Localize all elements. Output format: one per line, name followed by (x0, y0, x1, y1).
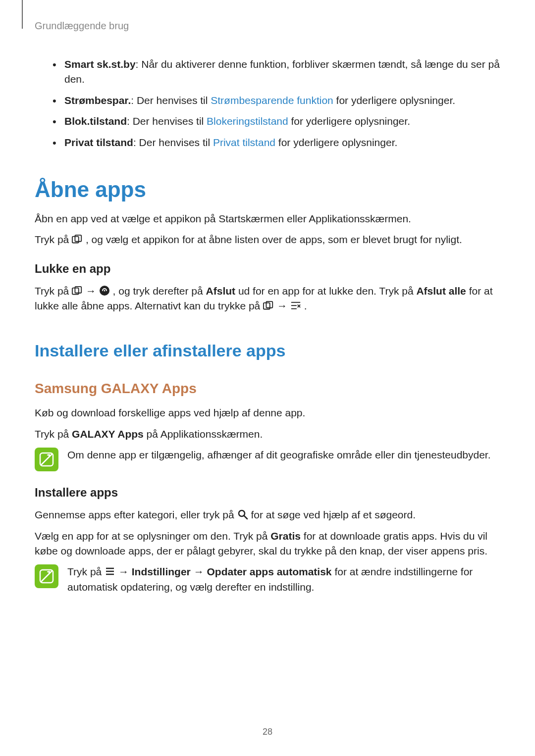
text: for at søge ved hjælp af et søgeord. (251, 509, 416, 520)
note-block: Om denne app er tilgængelig, afhænger af… (35, 448, 500, 471)
galaxy-paragraph-2: Tryk på GALAXY Apps på Applikationsskærm… (35, 427, 500, 442)
bold-text: Gratis (270, 530, 301, 542)
menu-icon (105, 566, 115, 576)
feature-link[interactable]: Blokeringstilstand (207, 115, 288, 127)
recent-apps-icon (72, 234, 83, 244)
text: , og tryk derefter på (113, 285, 206, 297)
feature-text-post: for yderligere oplysninger. (275, 137, 397, 148)
install-paragraph-2: Vælg en app for at se oplysninger om den… (35, 529, 500, 559)
feature-term: Strømbespar. (64, 95, 131, 106)
bold-text: Afslut alle (416, 285, 466, 297)
bold-text: Opdater apps automatisk (207, 566, 331, 577)
heading-open-apps: Åbne apps (35, 174, 500, 205)
text: Tryk på (35, 428, 72, 440)
text: . (304, 300, 307, 311)
feature-link[interactable]: Privat tilstand (213, 137, 275, 148)
note-text: Tryk på → Indstillinger → Opdater apps a… (67, 564, 500, 595)
breadcrumb: Grundlæggende brug (35, 19, 500, 33)
text: Tryk på (35, 234, 72, 245)
list-item: Strømbespar.: Der henvises til Strømbesp… (53, 93, 500, 108)
feature-list: Smart sk.st.by: Når du aktiverer denne f… (35, 57, 500, 150)
feature-term: Smart sk.st.by (64, 58, 136, 70)
task-manager-icon (99, 285, 110, 295)
feature-term: Privat tilstand (64, 137, 133, 148)
feature-text-pre: : Der henvises til (131, 95, 211, 106)
text: Tryk på (67, 566, 105, 577)
feature-text-post: for yderligere oplysninger. (333, 95, 455, 106)
recent-apps-icon (72, 285, 83, 295)
feature-text-pre: : Der henvises til (127, 115, 207, 127)
heading-install-uninstall: Installere eller afinstallere apps (35, 339, 500, 363)
text: på Applikationsskærmen. (147, 428, 263, 440)
heading-install-apps: Installere apps (35, 484, 500, 502)
page-number: 28 (0, 725, 535, 738)
search-icon (237, 509, 248, 519)
text: Vælg en app for at se oplysninger om den… (35, 530, 270, 542)
heading-galaxy-apps: Samsung GALAXY Apps (35, 379, 500, 399)
feature-term: Blok.tilstand (64, 115, 127, 127)
feature-link[interactable]: Strømbesparende funktion (211, 95, 333, 106)
arrow-text: → (86, 285, 99, 297)
close-app-paragraph: Tryk på → , og tryk derefter på Afslut u… (35, 284, 500, 314)
page-edge-marker (22, 0, 23, 29)
svg-line-13 (244, 516, 247, 519)
arrow-text: → (194, 566, 207, 577)
list-item: Privat tilstand: Der henvises til Privat… (53, 135, 500, 150)
heading-close-app: Lukke en app (35, 260, 500, 278)
recent-apps-icon (263, 300, 274, 310)
note-icon (35, 448, 58, 471)
note-text: Om denne app er tilgængelig, afhænger af… (67, 448, 500, 462)
galaxy-paragraph-1: Køb og download forskellige apps ved hjæ… (35, 405, 500, 420)
list-item: Smart sk.st.by: Når du aktiverer denne f… (53, 57, 500, 87)
bold-text: Indstillinger (132, 566, 191, 577)
close-all-icon (290, 300, 301, 310)
arrow-text: → (277, 300, 290, 311)
open-apps-paragraph-2: Tryk på , og vælg et appikon for at åbne… (35, 232, 500, 247)
list-item: Blok.tilstand: Der henvises til Blokerin… (53, 114, 500, 129)
svg-point-5 (104, 290, 105, 291)
bold-text: GALAXY Apps (72, 428, 144, 440)
note-block: Tryk på → Indstillinger → Opdater apps a… (35, 564, 500, 595)
text: ud for en app for at lukke den. Tryk på (238, 285, 417, 297)
open-apps-paragraph-1: Åbn en app ved at vælge et appikon på St… (35, 211, 500, 226)
text: Tryk på (35, 285, 72, 297)
install-paragraph-1: Gennemse apps efter kategori, eller tryk… (35, 507, 500, 522)
text: , og vælg et appikon for at åbne listen … (86, 234, 462, 245)
note-icon (35, 564, 58, 588)
arrow-text: → (118, 566, 132, 577)
feature-text-post: for yderligere oplysninger. (288, 115, 410, 127)
text: Gennemse apps efter kategori, eller tryk… (35, 509, 237, 520)
feature-text-pre: : Der henvises til (133, 137, 213, 148)
bold-text: Afslut (206, 285, 236, 297)
